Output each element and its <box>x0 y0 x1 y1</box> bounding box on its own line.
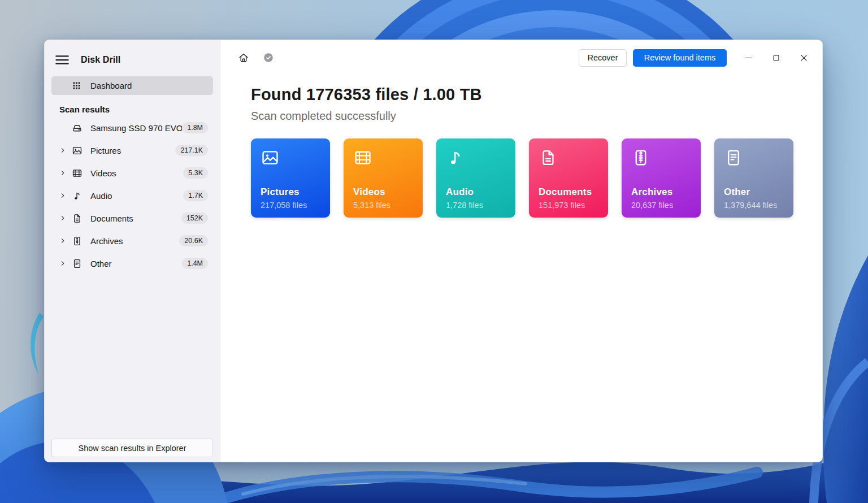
count-badge: 1.4M <box>182 258 208 269</box>
recover-button[interactable]: Recover <box>579 49 627 67</box>
category-card-archives[interactable]: Archives 20,637 files <box>622 138 701 218</box>
card-title: Audio <box>446 187 506 198</box>
home-icon[interactable] <box>238 52 249 63</box>
sidebar-header: Disk Drill <box>51 40 213 70</box>
review-found-items-button[interactable]: Review found items <box>633 49 727 67</box>
card-count: 5,313 files <box>353 201 413 210</box>
card-count: 217,058 files <box>261 201 320 210</box>
chevron-right-icon[interactable] <box>59 259 67 267</box>
sidebar-item-label: Archives <box>90 236 179 246</box>
count-badge: 152K <box>181 213 208 224</box>
minimize-button[interactable] <box>735 49 762 67</box>
document-icon <box>539 148 558 167</box>
sidebar-item-documents[interactable]: Documents 152K <box>51 207 213 229</box>
count-badge: 5.3K <box>183 167 208 179</box>
hamburger-menu-icon[interactable] <box>54 51 71 68</box>
sidebar-item-archives[interactable]: Archives 20.6K <box>51 229 213 252</box>
card-title: Other <box>724 187 784 198</box>
count-badge: 20.6K <box>179 235 208 246</box>
chevron-right-icon[interactable] <box>59 192 67 200</box>
category-card-audio[interactable]: Audio 1,728 files <box>436 138 515 218</box>
page-title: Found 1776353 files / 1.00 TB <box>251 84 822 105</box>
card-title: Documents <box>539 187 598 198</box>
card-title: Pictures <box>261 187 320 198</box>
check-circle-icon[interactable] <box>263 52 274 63</box>
count-badge: 1.8M <box>182 122 208 133</box>
chevron-right-icon[interactable] <box>59 169 67 177</box>
zip-archive-icon <box>631 148 650 167</box>
sidebar-item-audio[interactable]: Audio 1.7K <box>51 184 213 207</box>
card-title: Archives <box>631 187 691 198</box>
file-icon <box>724 148 743 167</box>
music-note-icon <box>446 148 465 167</box>
sidebar-item-pictures[interactable]: Pictures 217.1K <box>51 139 213 162</box>
chevron-right-icon[interactable] <box>59 146 67 154</box>
chevron-spacer <box>59 124 67 132</box>
category-card-other[interactable]: Other 1,379,644 files <box>714 138 793 218</box>
card-count: 1,728 files <box>446 201 506 210</box>
sidebar-item-other[interactable]: Other 1.4M <box>51 252 213 275</box>
sidebar-item-label: Pictures <box>90 146 175 155</box>
category-card-documents[interactable]: Documents 151,973 files <box>529 138 608 218</box>
disk-drill-window: Disk Drill Dashboard Scan results Samsun… <box>44 40 823 462</box>
file-icon <box>72 258 83 269</box>
sidebar-item-dashboard[interactable]: Dashboard <box>51 76 213 95</box>
scan-results-section-title: Scan results <box>59 105 213 114</box>
sidebar-item-label: Samsung SSD 970 EVO... <box>90 123 182 133</box>
sidebar-item-samsung-ssd[interactable]: Samsung SSD 970 EVO... 1.8M <box>51 116 213 139</box>
page-subtitle: Scan completed successfully <box>251 110 822 123</box>
chevron-right-icon[interactable] <box>59 237 67 245</box>
picture-icon <box>261 148 280 167</box>
maximize-button[interactable] <box>762 49 790 67</box>
count-badge: 217.1K <box>175 145 208 156</box>
chevron-right-icon[interactable] <box>59 214 67 222</box>
grid-icon <box>71 80 82 91</box>
app-title: Disk Drill <box>81 55 120 65</box>
sidebar: Disk Drill Dashboard Scan results Samsun… <box>45 40 220 462</box>
sidebar-item-label: Dashboard <box>90 81 132 90</box>
hard-drive-icon <box>72 123 83 133</box>
close-button[interactable] <box>790 49 818 67</box>
document-icon <box>72 213 83 224</box>
zip-archive-icon <box>72 236 83 246</box>
category-card-videos[interactable]: Videos 5,313 files <box>344 138 423 218</box>
sidebar-item-label: Documents <box>90 214 181 223</box>
desktop-background: Disk Drill Dashboard Scan results Samsun… <box>0 0 868 503</box>
main-area: Recover Review found items Found 1776353… <box>220 40 822 462</box>
card-count: 20,637 files <box>631 201 691 210</box>
card-count: 151,973 files <box>539 201 598 210</box>
film-icon <box>353 148 372 167</box>
film-icon <box>72 168 83 179</box>
category-card-pictures[interactable]: Pictures 217,058 files <box>251 138 330 218</box>
show-scan-results-in-explorer-button[interactable]: Show scan results in Explorer <box>51 439 213 457</box>
scan-summary: Found 1776353 files / 1.00 TB Scan compl… <box>220 67 822 218</box>
count-badge: 1.7K <box>183 190 208 201</box>
sidebar-item-videos[interactable]: Videos 5.3K <box>51 162 213 184</box>
sidebar-item-label: Audio <box>90 191 183 201</box>
picture-icon <box>72 145 83 156</box>
category-cards: Pictures 217,058 files Videos 5,313 file… <box>251 138 822 218</box>
window-controls <box>735 49 818 67</box>
sidebar-item-label: Other <box>90 259 182 268</box>
card-title: Videos <box>353 187 413 198</box>
toolbar: Recover Review found items <box>238 48 818 67</box>
sidebar-item-label: Videos <box>90 168 183 178</box>
card-count: 1,379,644 files <box>724 201 784 210</box>
music-note-icon <box>72 190 83 201</box>
